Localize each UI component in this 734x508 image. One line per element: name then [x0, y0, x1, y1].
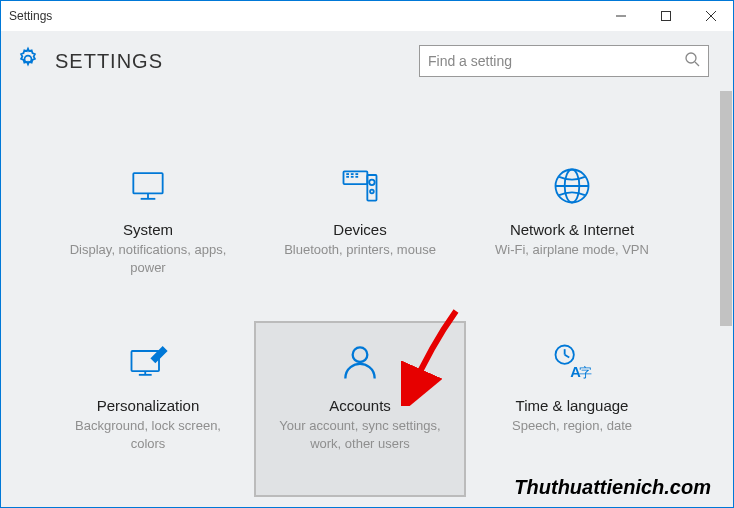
svg-rect-1 [661, 12, 670, 21]
header: SETTINGS [1, 31, 733, 91]
window-title: Settings [1, 9, 52, 23]
tile-title: Personalization [97, 397, 200, 414]
svg-line-29 [565, 355, 570, 358]
scrollbar-thumb[interactable] [720, 91, 732, 326]
settings-grid: System Display, notifications, apps, pow… [30, 145, 690, 497]
window-controls [598, 1, 733, 31]
svg-rect-7 [133, 173, 162, 193]
tile-accounts[interactable]: Accounts Your account, sync settings, wo… [254, 321, 466, 497]
page-title: SETTINGS [55, 50, 163, 73]
maximize-button[interactable] [643, 1, 688, 31]
gear-icon [15, 46, 41, 76]
accounts-icon [338, 337, 382, 387]
search-input[interactable] [428, 53, 684, 69]
content-area: System Display, notifications, apps, pow… [1, 91, 719, 501]
system-icon [126, 161, 170, 211]
svg-point-5 [686, 53, 696, 63]
tile-title: Network & Internet [510, 221, 634, 238]
close-button[interactable] [688, 1, 733, 31]
svg-point-18 [369, 180, 375, 186]
tile-devices[interactable]: Devices Bluetooth, printers, mouse [254, 145, 466, 321]
minimize-button[interactable] [598, 1, 643, 31]
svg-point-27 [556, 346, 574, 364]
header-left: SETTINGS [15, 46, 163, 76]
tile-title: System [123, 221, 173, 238]
time-language-icon: A 字 [550, 337, 594, 387]
tile-system[interactable]: System Display, notifications, apps, pow… [42, 145, 254, 321]
scrollbar[interactable] [719, 91, 733, 503]
tile-title: Time & language [516, 397, 629, 414]
tile-network[interactable]: Network & Internet Wi-Fi, airplane mode,… [466, 145, 678, 321]
personalization-icon [126, 337, 170, 387]
titlebar: Settings [1, 1, 733, 31]
tile-subtitle: Speech, region, date [512, 417, 632, 435]
tile-subtitle: Display, notifications, apps, power [64, 241, 232, 276]
tile-subtitle: Background, lock screen, colors [64, 417, 232, 452]
svg-point-26 [353, 347, 368, 362]
search-icon [684, 51, 700, 71]
svg-point-19 [370, 190, 374, 194]
tile-personalization[interactable]: Personalization Background, lock screen,… [42, 321, 254, 497]
tile-title: Devices [333, 221, 386, 238]
tile-subtitle: Your account, sync settings, work, other… [276, 417, 444, 452]
search-box[interactable] [419, 45, 709, 77]
tile-subtitle: Wi-Fi, airplane mode, VPN [495, 241, 649, 259]
globe-icon [550, 161, 594, 211]
tile-time-language[interactable]: A 字 Time & language Speech, region, date [466, 321, 678, 497]
settings-window: Settings SETTINGS [0, 0, 734, 508]
svg-text:字: 字 [579, 365, 592, 380]
tile-title: Accounts [329, 397, 391, 414]
svg-line-6 [695, 62, 699, 66]
devices-icon [338, 161, 382, 211]
tile-subtitle: Bluetooth, printers, mouse [284, 241, 436, 259]
